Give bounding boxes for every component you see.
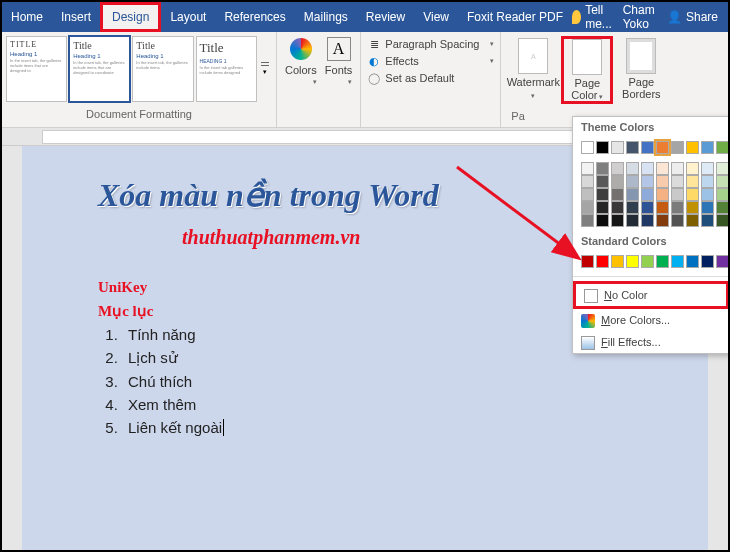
tab-view[interactable]: View (414, 2, 458, 32)
tab-home[interactable]: Home (2, 2, 52, 32)
color-swatch[interactable] (716, 214, 729, 227)
color-swatch[interactable] (596, 255, 609, 268)
colors-button[interactable]: Colors ▾ (285, 36, 317, 86)
share-button[interactable]: 👤 Share (667, 10, 718, 24)
list-item[interactable]: Liên kết ngoài (122, 419, 668, 437)
color-swatch[interactable] (716, 255, 729, 268)
color-swatch[interactable] (611, 255, 624, 268)
color-swatch[interactable] (656, 201, 669, 214)
color-swatch[interactable] (596, 188, 609, 201)
color-swatch[interactable] (671, 162, 684, 175)
tab-layout[interactable]: Layout (161, 2, 215, 32)
set-default-button[interactable]: ◯ Set as Default (367, 70, 494, 86)
color-swatch[interactable] (626, 162, 639, 175)
style-set-more-button[interactable]: ▾ (259, 36, 272, 102)
user-name[interactable]: Cham Yoko (623, 3, 661, 31)
color-swatch[interactable] (671, 255, 684, 268)
color-swatch[interactable] (611, 141, 624, 154)
color-swatch[interactable] (596, 214, 609, 227)
color-swatch[interactable] (716, 175, 729, 188)
effects-button[interactable]: ◐ Effects ▾ (367, 53, 494, 69)
color-swatch[interactable] (656, 175, 669, 188)
color-swatch[interactable] (641, 214, 654, 227)
color-swatch[interactable] (611, 175, 624, 188)
more-colors-item[interactable]: More Colors... (573, 309, 729, 331)
color-swatch[interactable] (641, 162, 654, 175)
tab-review[interactable]: Review (357, 2, 414, 32)
color-swatch[interactable] (716, 201, 729, 214)
tab-mailings[interactable]: Mailings (295, 2, 357, 32)
color-swatch[interactable] (686, 255, 699, 268)
style-set-thumb[interactable]: Title HEADING 1 In the insert tab galler… (196, 36, 257, 102)
color-swatch[interactable] (641, 175, 654, 188)
color-swatch[interactable] (686, 175, 699, 188)
color-swatch[interactable] (581, 255, 594, 268)
color-swatch[interactable] (596, 162, 609, 175)
color-swatch[interactable] (716, 188, 729, 201)
color-swatch[interactable] (581, 162, 594, 175)
color-swatch[interactable] (626, 214, 639, 227)
color-swatch[interactable] (686, 188, 699, 201)
color-swatch[interactable] (581, 141, 594, 154)
color-swatch[interactable] (716, 141, 729, 154)
color-swatch[interactable] (611, 214, 624, 227)
tab-insert[interactable]: Insert (52, 2, 100, 32)
color-swatch[interactable] (656, 141, 669, 154)
paragraph-spacing-button[interactable]: ≣ Paragraph Spacing ▾ (367, 36, 494, 52)
color-swatch[interactable] (581, 214, 594, 227)
color-swatch[interactable] (581, 201, 594, 214)
color-swatch[interactable] (701, 141, 714, 154)
color-swatch[interactable] (671, 141, 684, 154)
color-swatch[interactable] (701, 162, 714, 175)
tab-references[interactable]: References (215, 2, 294, 32)
style-set-thumb[interactable]: TITLE Heading 1 In the insert tab, the g… (6, 36, 67, 102)
color-swatch[interactable] (611, 162, 624, 175)
page-borders-button[interactable]: Page Borders (615, 36, 667, 104)
color-swatch[interactable] (671, 201, 684, 214)
fill-effects-item[interactable]: Fill Effects... (573, 331, 729, 353)
color-swatch[interactable] (686, 201, 699, 214)
list-item[interactable]: Xem thêm (122, 396, 668, 413)
fonts-button[interactable]: A Fonts ▾ (325, 36, 353, 86)
color-swatch[interactable] (626, 141, 639, 154)
color-swatch[interactable] (581, 188, 594, 201)
color-swatch[interactable] (626, 175, 639, 188)
color-swatch[interactable] (641, 188, 654, 201)
color-swatch[interactable] (656, 255, 669, 268)
style-set-thumb[interactable]: Title Heading 1 In the insert tab, the g… (132, 36, 193, 102)
no-color-item[interactable]: No Color (573, 281, 729, 309)
color-swatch[interactable] (686, 162, 699, 175)
color-swatch[interactable] (641, 201, 654, 214)
color-swatch[interactable] (716, 162, 729, 175)
color-swatch[interactable] (611, 188, 624, 201)
color-swatch[interactable] (596, 175, 609, 188)
color-swatch[interactable] (671, 214, 684, 227)
color-swatch[interactable] (641, 141, 654, 154)
color-swatch[interactable] (596, 141, 609, 154)
color-swatch[interactable] (626, 201, 639, 214)
tab-design[interactable]: Design (100, 2, 161, 32)
color-swatch[interactable] (701, 201, 714, 214)
tell-me-search[interactable]: Tell me... (572, 3, 617, 31)
tab-foxit[interactable]: Foxit Reader PDF (458, 2, 572, 32)
color-swatch[interactable] (596, 201, 609, 214)
color-swatch[interactable] (701, 188, 714, 201)
color-swatch[interactable] (701, 214, 714, 227)
color-swatch[interactable] (656, 214, 669, 227)
color-swatch[interactable] (686, 141, 699, 154)
color-swatch[interactable] (656, 188, 669, 201)
color-swatch[interactable] (701, 255, 714, 268)
watermark-button[interactable]: A Watermark ▾ (507, 36, 559, 104)
color-swatch[interactable] (581, 175, 594, 188)
color-swatch[interactable] (611, 201, 624, 214)
style-set-thumb[interactable]: Title Heading 1 In the insert tab, the g… (69, 36, 130, 102)
page-color-button[interactable]: Page Color ▾ (561, 36, 613, 104)
list-item[interactable]: Chú thích (122, 373, 668, 390)
color-swatch[interactable] (641, 255, 654, 268)
color-swatch[interactable] (686, 214, 699, 227)
color-swatch[interactable] (701, 175, 714, 188)
color-swatch[interactable] (656, 162, 669, 175)
color-swatch[interactable] (671, 175, 684, 188)
color-swatch[interactable] (626, 188, 639, 201)
color-swatch[interactable] (626, 255, 639, 268)
